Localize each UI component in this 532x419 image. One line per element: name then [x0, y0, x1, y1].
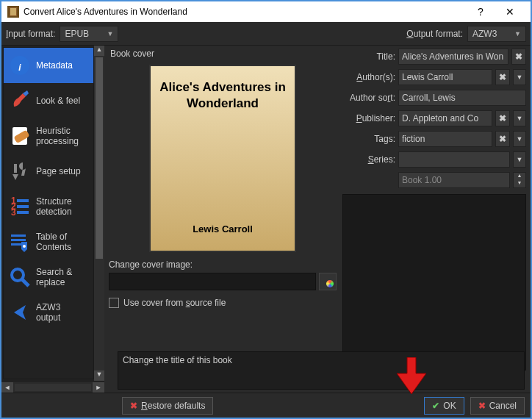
svg-text:3: 3 — [11, 207, 16, 217]
clear-publisher-button[interactable]: ✖ — [495, 110, 510, 126]
use-source-checkbox[interactable] — [109, 298, 119, 308]
app-icon — [7, 6, 19, 18]
svg-rect-9 — [17, 205, 29, 208]
input-format-combo[interactable]: EPUB ▼ — [60, 26, 118, 42]
input-format-value: EPUB — [65, 29, 89, 39]
book-cover-label: Book cover — [110, 49, 337, 59]
window-title: Convert Alice's Adventures in Wonderland — [24, 7, 466, 17]
close-icon: ✖ — [130, 401, 137, 411]
hint-bar: Change the title of this book — [118, 351, 525, 390]
chevron-down-icon: ▼ — [514, 30, 521, 37]
close-icon: ✖ — [478, 401, 486, 411]
help-button[interactable]: ? — [466, 6, 495, 18]
sidebar: i Metadata Look & feel Heuristic process… — [1, 46, 104, 393]
svg-rect-13 — [11, 239, 26, 241]
cancel-button[interactable]: ✖ Cancel — [470, 397, 525, 415]
close-button[interactable]: ✕ — [495, 6, 525, 18]
chevron-down-icon: ▼ — [107, 30, 113, 37]
publisher-label: Publisher: — [342, 113, 395, 123]
book-index-spinner[interactable]: ▲▼ — [513, 172, 526, 188]
clear-title-button[interactable]: ✖ — [511, 49, 526, 65]
info-icon: i — [10, 55, 30, 76]
scroll-left-icon[interactable]: ◄ — [1, 382, 13, 393]
svg-line-17 — [22, 279, 29, 286]
sidebar-item-search-replace[interactable]: Search & replace — [4, 259, 93, 295]
svg-rect-1 — [10, 8, 16, 15]
sidebar-item-label: Table of Contents — [36, 232, 87, 253]
input-format-label: Input format: — [6, 29, 55, 39]
authors-label: Author(s): — [342, 72, 395, 82]
sidebar-item-label: Look & feel — [36, 96, 80, 106]
output-format-combo[interactable]: AZW3 ▼ — [467, 26, 526, 42]
format-bar: Input format: EPUB ▼ Output format: AZW3… — [1, 22, 531, 46]
search-icon — [10, 267, 30, 287]
sidebar-item-page-setup[interactable]: Page setup — [4, 154, 93, 189]
bandage-icon — [10, 126, 30, 146]
sidebar-item-azw3-output[interactable]: AZW3 output — [4, 295, 93, 330]
ok-button[interactable]: ✔ OK — [424, 397, 464, 415]
output-format-label: Output format: — [406, 29, 463, 39]
sidebar-item-label: Structure detection — [36, 196, 87, 218]
cover-panel: Book cover Alice's Adventures in Wonderl… — [109, 49, 337, 390]
scroll-right-icon[interactable]: ► — [93, 382, 104, 393]
check-icon: ✔ — [432, 401, 439, 411]
authorsort-label: Author sort: — [342, 93, 395, 103]
svg-point-15 — [23, 245, 26, 248]
authors-input[interactable]: Lewis Carroll — [398, 69, 492, 85]
svg-rect-12 — [11, 234, 26, 237]
svg-point-16 — [12, 269, 24, 281]
output-format-value: AZW3 — [472, 29, 497, 39]
arrow-left-icon — [10, 302, 30, 323]
comments-box[interactable] — [342, 194, 526, 370]
tags-input[interactable]: fiction — [398, 131, 492, 147]
footer: ✖ Restore defaults ✔ OK ✖ Cancel — [1, 393, 531, 418]
sidebar-item-label: AZW3 output — [36, 302, 87, 323]
metadata-panel: Title: Alice's Adventures in Won ✖ Autho… — [342, 49, 526, 390]
publisher-input[interactable]: D. Appleton and Co — [398, 110, 492, 126]
title-input[interactable]: Alice's Adventures in Won — [398, 49, 508, 65]
tools-icon — [10, 161, 30, 182]
series-label: Series: — [342, 154, 395, 165]
sidebar-item-structure[interactable]: 123 Structure detection — [4, 189, 93, 224]
scroll-up-icon[interactable]: ▲ — [94, 46, 104, 56]
hint-text: Change the title of this book — [123, 355, 232, 365]
titlebar: Convert Alice's Adventures in Wonderland… — [1, 1, 531, 22]
publisher-dropdown[interactable]: ▼ — [513, 110, 526, 126]
sidebar-item-heuristic[interactable]: Heuristic processing — [4, 118, 93, 154]
authorsort-input[interactable]: Carroll, Lewis — [398, 90, 526, 106]
cover-preview: Alice's Adventures in Wonderland Lewis C… — [149, 65, 296, 252]
sidebar-item-look-feel[interactable]: Look & feel — [4, 83, 93, 118]
sidebar-item-toc[interactable]: Table of Contents — [4, 224, 93, 259]
tags-label: Tags: — [342, 134, 395, 144]
restore-defaults-button[interactable]: ✖ Restore defaults — [122, 397, 213, 415]
svg-rect-7 — [17, 199, 29, 202]
brush-icon — [10, 90, 30, 111]
list-number-icon: 123 — [10, 196, 30, 217]
sidebar-vscroll[interactable]: ▲ ▼ — [94, 46, 104, 381]
scroll-down-icon[interactable]: ▼ — [94, 370, 104, 381]
sidebar-hscroll[interactable]: ◄ ► — [1, 381, 104, 393]
change-cover-label: Change cover image: — [109, 259, 337, 270]
series-input[interactable] — [398, 151, 510, 168]
use-source-label: Use cover from source file — [123, 298, 226, 308]
book-index-input[interactable]: Book 1.00 — [398, 172, 510, 188]
scroll-thumb[interactable] — [96, 57, 103, 259]
browse-button[interactable] — [319, 273, 337, 290]
tags-dropdown[interactable]: ▼ — [513, 131, 526, 147]
sidebar-item-label: Search & replace — [36, 267, 87, 288]
svg-rect-11 — [17, 211, 29, 214]
sidebar-item-label: Page setup — [36, 166, 81, 176]
sidebar-item-label: Metadata — [36, 60, 73, 71]
sidebar-item-label: Heuristic processing — [36, 126, 87, 147]
clear-authors-button[interactable]: ✖ — [495, 69, 510, 85]
series-dropdown[interactable]: ▼ — [513, 151, 526, 168]
sidebar-item-metadata[interactable]: i Metadata — [4, 48, 93, 83]
clear-tags-button[interactable]: ✖ — [495, 131, 510, 147]
cover-path-input[interactable] — [109, 273, 316, 290]
toc-icon — [10, 232, 30, 252]
cover-book-title: Alice's Adventures in Wonderland — [151, 66, 295, 112]
authors-dropdown[interactable]: ▼ — [513, 69, 526, 85]
title-label: Title: — [342, 51, 395, 62]
cover-book-author: Lewis Carroll — [151, 223, 295, 251]
